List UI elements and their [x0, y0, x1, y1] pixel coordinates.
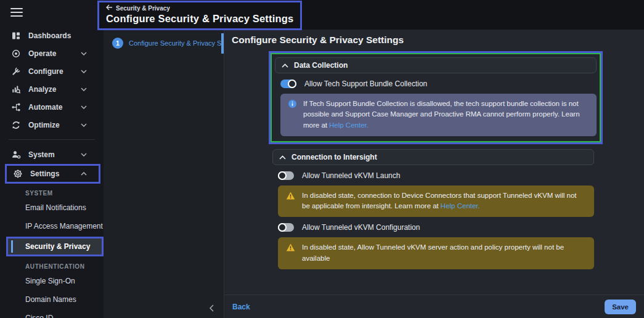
alert-text: If Tech Support Bundle Collection is dis…: [303, 99, 589, 131]
sidebar-item-email-notifications[interactable]: Email Notifications: [0, 198, 104, 217]
operate-icon: [10, 48, 21, 59]
system-icon: [10, 149, 21, 160]
sidebar-item-analyze[interactable]: Analyze: [0, 80, 104, 98]
gear-icon: [12, 169, 23, 179]
sidebar-item-ip-access-management[interactable]: IP Access Management: [0, 217, 104, 235]
sidebar-group-authentication: AUTHENTICATION: [0, 258, 104, 272]
chevron-up-icon: [81, 172, 87, 176]
sidebar-item-label: Configure: [28, 67, 63, 76]
workspace: 1 Configure Security & Privacy Setti... …: [104, 30, 644, 318]
sidebar-item-configure[interactable]: Configure: [0, 62, 104, 80]
sidebar-item-system[interactable]: System: [0, 145, 104, 163]
chevron-up-icon: [282, 61, 288, 70]
automate-icon: [10, 102, 21, 112]
chevron-down-icon: [81, 88, 87, 91]
vkvm-launch-toggle[interactable]: [278, 171, 294, 180]
section-title: Connection to Intersight: [291, 153, 377, 161]
chevron-down-icon: [81, 153, 87, 157]
toggle-row-tech-support-bundle: Allow Tech Support Bundle Collection: [280, 80, 597, 88]
data-collection-highlight-box: Data Collection Allow Tech Support Bundl…: [269, 51, 603, 144]
wizard-footer: Back Save: [224, 295, 644, 318]
step-number-badge: 1: [112, 38, 123, 49]
settings-form: Data Collection Allow Tech Support Bundl…: [269, 51, 603, 271]
sidebar-item-label: Analyze: [28, 85, 56, 94]
sidebar-divider: [9, 139, 95, 140]
configure-icon: [10, 66, 21, 76]
section-title: Data Collection: [294, 61, 348, 70]
info-alert-tech-support: If Tech Support Bundle Collection is dis…: [280, 94, 597, 136]
alert-message: In disabled state, connection to Device …: [302, 192, 577, 210]
sidebar-item-label: Automate: [28, 103, 62, 112]
sidebar-group-system: SYSTEM: [0, 184, 104, 198]
analyze-icon: [10, 84, 21, 94]
back-arrow-icon: [106, 4, 113, 12]
help-center-link[interactable]: Help Center.: [441, 202, 480, 210]
sidebar: Dashboards Operate Configure Analyze: [0, 0, 104, 318]
chevron-down-icon: [81, 105, 87, 109]
alert-text: In disabled state, Allow Tunneled vKVM s…: [302, 242, 586, 264]
panel-title: Configure Security & Privacy Settings: [232, 35, 644, 46]
sidebar-item-label: Optimize: [28, 121, 60, 129]
toggle-label: Allow Tunneled vKVM Configuration: [302, 223, 420, 232]
sidebar-item-label: Operate: [28, 49, 56, 58]
wizard-steps-panel: 1 Configure Security & Privacy Setti...: [104, 30, 224, 318]
chevron-up-icon: [279, 153, 286, 161]
dashboards-icon: [10, 30, 21, 41]
chevron-down-icon: [81, 70, 87, 73]
page-header-highlight-box: Security & Privacy Configure Security & …: [97, 1, 302, 30]
sidebar-item-automate[interactable]: Automate: [0, 98, 104, 116]
toggle-row-vkvm-launch: Allow Tunneled vKVM Launch: [278, 171, 594, 180]
sidebar-item-single-sign-on[interactable]: Single Sign-On: [0, 272, 104, 290]
toggle-knob: [288, 80, 296, 88]
optimize-icon: [10, 120, 21, 130]
toggle-label: Allow Tunneled vKVM Launch: [302, 171, 400, 180]
sidebar-item-label: Settings: [30, 169, 59, 178]
sidebar-item-optimize[interactable]: Optimize: [0, 116, 104, 134]
toggle-knob: [278, 223, 287, 232]
warning-icon: [286, 192, 295, 212]
tech-support-bundle-toggle[interactable]: [280, 80, 296, 88]
chevron-down-icon: [81, 123, 87, 127]
alert-text: In disabled state, connection to Device …: [302, 190, 586, 212]
security-privacy-highlight-box: Security & Privacy: [6, 237, 104, 256]
sidebar-item-label: Dashboards: [28, 31, 71, 40]
hamburger-menu-icon[interactable]: [10, 8, 23, 17]
warning-alert-vkvm-launch: In disabled state, connection to Device …: [278, 186, 594, 218]
page-title: Configure Security & Privacy Settings: [106, 13, 293, 25]
breadcrumb-label: Security & Privacy: [116, 5, 170, 12]
sidebar-item-cisco-id[interactable]: Cisco ID: [0, 309, 104, 318]
sidebar-item-security-privacy[interactable]: Security & Privacy: [8, 238, 102, 255]
back-button[interactable]: Back: [232, 303, 250, 311]
sidebar-item-dashboards[interactable]: Dashboards: [0, 26, 104, 44]
info-icon: [288, 100, 296, 131]
collapse-panel-icon[interactable]: [210, 304, 214, 312]
active-step-indicator: [221, 33, 224, 54]
section-header-connection-intersight[interactable]: Connection to Intersight: [272, 149, 594, 165]
warning-alert-vkvm-configuration: In disabled state, Allow Tunneled vKVM s…: [278, 237, 594, 269]
step-label: Configure Security & Privacy Setti...: [129, 39, 224, 47]
save-button[interactable]: Save: [605, 300, 636, 314]
breadcrumb[interactable]: Security & Privacy: [106, 4, 293, 12]
vkvm-configuration-toggle[interactable]: [278, 223, 294, 232]
sidebar-item-operate[interactable]: Operate: [0, 44, 104, 62]
sidebar-item-settings[interactable]: Settings: [7, 166, 99, 182]
wizard-step-1[interactable]: 1 Configure Security & Privacy Setti...: [112, 38, 224, 49]
toggle-row-vkvm-configuration: Allow Tunneled vKVM Configuration: [278, 223, 594, 232]
sidebar-item-label: System: [28, 150, 55, 159]
section-header-data-collection[interactable]: Data Collection: [275, 57, 597, 73]
warning-icon: [286, 243, 295, 264]
app-window: Dashboards Operate Configure Analyze: [0, 0, 644, 318]
connection-to-intersight-section: Connection to Intersight Allow Tunneled …: [272, 149, 594, 269]
sidebar-item-domain-names[interactable]: Domain Names: [0, 290, 104, 309]
help-center-link[interactable]: Help Center.: [329, 121, 369, 129]
settings-highlight-box: Settings: [5, 164, 100, 184]
toggle-knob: [278, 171, 287, 180]
main-panel: Configure Security & Privacy Settings Da…: [224, 30, 644, 318]
toggle-label: Allow Tech Support Bundle Collection: [304, 80, 427, 88]
chevron-down-icon: [81, 52, 87, 55]
